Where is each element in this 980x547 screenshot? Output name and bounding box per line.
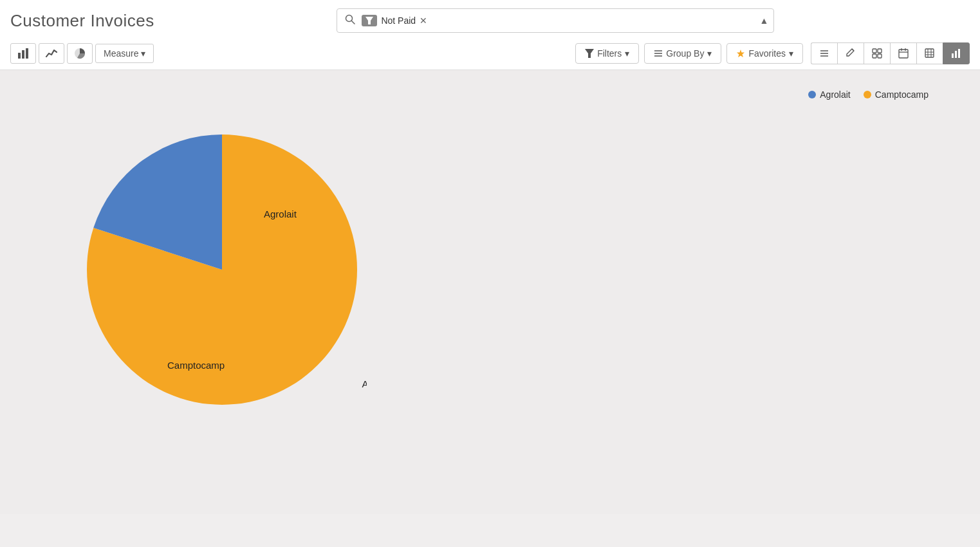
favorites-label: Favorites: [748, 48, 786, 59]
filter-funnel-icon: [585, 49, 594, 58]
right-controls: Filters ▾ Group By ▾ Favorit: [575, 42, 970, 64]
grid-icon: [925, 48, 935, 59]
groupby-button[interactable]: Group By ▾: [644, 43, 721, 64]
filter-remove-button[interactable]: ✕: [418, 16, 429, 25]
groupby-dropdown-icon: ▾: [707, 48, 712, 59]
bar-chart-icon: [17, 48, 29, 59]
svg-rect-3: [18, 53, 21, 59]
line-chart-icon: [46, 48, 57, 59]
svg-rect-29: [952, 53, 954, 58]
search-icon: [345, 14, 355, 24]
grid-view-button[interactable]: [916, 42, 943, 64]
svg-rect-16: [873, 49, 876, 53]
list-icon: [819, 48, 829, 59]
agrolait-label: Agrolait: [362, 378, 367, 389]
kanban-icon: [872, 48, 882, 59]
kanban-view-button[interactable]: [864, 42, 890, 64]
svg-rect-20: [899, 50, 908, 58]
svg-rect-17: [878, 49, 882, 53]
svg-rect-19: [878, 54, 882, 58]
calendar-icon: [898, 48, 909, 59]
header-top-row: Customer Invoices Not Paid ✕ ▲: [10, 0, 970, 39]
svg-marker-7: [585, 49, 594, 58]
groupby-icon: [654, 49, 663, 58]
svg-line-1: [352, 21, 355, 24]
active-filter-tag: Not Paid ✕: [381, 15, 429, 26]
page-title: Customer Invoices: [10, 11, 154, 31]
favorites-dropdown-icon: ▾: [789, 48, 793, 59]
chart-bar-icon: [951, 48, 961, 59]
groupby-label: Group By: [666, 48, 704, 59]
favorites-button[interactable]: Favorites ▾: [726, 43, 803, 64]
svg-rect-18: [873, 54, 876, 58]
measure-dropdown-button[interactable]: Measure ▾: [95, 44, 154, 63]
calendar-view-button[interactable]: [890, 42, 916, 64]
filters-dropdown-icon: ▾: [625, 48, 629, 59]
camptocamp-pie-label: Camptocamp: [167, 360, 225, 371]
filters-label: Filters: [597, 48, 622, 59]
header-controls-row: Measure ▾ Filters ▾: [10, 39, 970, 70]
svg-rect-5: [26, 48, 28, 59]
svg-rect-30: [955, 51, 957, 58]
star-icon: [736, 49, 745, 58]
header: Customer Invoices Not Paid ✕ ▲: [0, 0, 980, 70]
edit-icon: [846, 48, 856, 59]
pie-chart-icon: [74, 48, 86, 59]
legend-item-agrolait: Agrolait: [808, 89, 850, 100]
svg-rect-4: [22, 50, 24, 59]
filter-icon: [362, 15, 377, 26]
chart-container: Agrolait Camptocamp: [13, 83, 967, 431]
main-content: Agrolait Camptocamp: [0, 70, 980, 514]
list-view-button[interactable]: [811, 42, 837, 64]
funnel-icon: [365, 17, 373, 24]
svg-line-15: [852, 49, 854, 51]
svg-marker-2: [365, 17, 373, 24]
pie-chart-button[interactable]: [67, 43, 93, 64]
search-button[interactable]: [342, 12, 358, 30]
svg-marker-11: [737, 50, 744, 57]
filters-button[interactable]: Filters ▾: [575, 43, 639, 64]
legend-dot-camptocamp: [864, 91, 871, 98]
form-view-button[interactable]: [837, 42, 864, 64]
chart-legend: Agrolait Camptocamp: [808, 89, 929, 100]
legend-item-camptocamp: Camptocamp: [864, 89, 929, 100]
search-expand-button[interactable]: ▲: [760, 15, 769, 26]
agrolait-pie-label: Agrolait: [264, 209, 297, 219]
measure-label: Measure: [104, 48, 138, 59]
search-bar: Not Paid ✕ ▲: [337, 8, 774, 33]
line-chart-button[interactable]: [39, 43, 64, 64]
chart-type-buttons: Measure ▾: [10, 43, 154, 64]
legend-label-camptocamp: Camptocamp: [875, 89, 929, 100]
chart-view-button[interactable]: [943, 42, 970, 64]
filter-tag-label: Not Paid: [381, 15, 416, 26]
bar-chart-button[interactable]: [10, 43, 36, 64]
view-buttons: [811, 42, 970, 64]
legend-dot-agrolait: [808, 91, 816, 98]
svg-rect-24: [925, 49, 934, 57]
svg-rect-31: [958, 49, 960, 58]
pie-chart-svg: Agrolait Camptocamp: [77, 109, 367, 431]
filter-group-buttons: Filters ▾ Group By ▾ Favorit: [575, 43, 803, 64]
measure-dropdown-icon: ▾: [141, 48, 145, 59]
legend-label-agrolait: Agrolait: [820, 89, 850, 100]
